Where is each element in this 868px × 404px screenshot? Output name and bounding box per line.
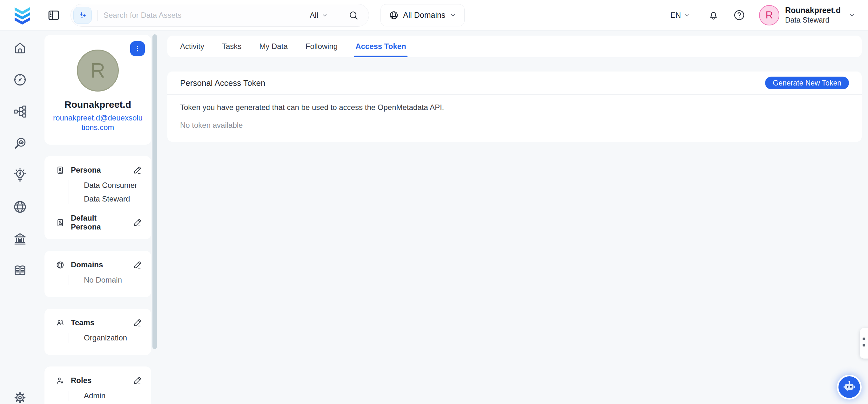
gear-icon (13, 390, 27, 404)
globe-icon (13, 200, 27, 214)
panel-scrollbar[interactable] (152, 34, 157, 349)
user-meta: Rounakpreet.d Data Steward (785, 6, 841, 25)
persona-section-header: Persona (56, 166, 142, 174)
token-empty-state: No token available (180, 121, 849, 130)
user-gear-icon (56, 376, 64, 385)
ai-sparkle-icon[interactable] (73, 7, 92, 24)
user-avatar: R (759, 5, 779, 25)
generate-new-token-button[interactable]: Generate New Token (765, 77, 849, 89)
token-card-header: Personal Access Token Generate New Token (167, 71, 862, 94)
chevron-down-icon (849, 12, 855, 19)
no-domain-label: No Domain (84, 276, 142, 285)
sidebar-item-observability[interactable] (11, 135, 29, 152)
roles-card: Roles Admin (44, 367, 151, 404)
bank-icon (13, 231, 27, 246)
language-label: EN (671, 11, 681, 20)
flow-hierarchy-icon (13, 104, 27, 119)
users-icon (56, 318, 64, 327)
chevron-down-icon (321, 12, 328, 19)
user-avatar-initial: R (766, 9, 773, 21)
robot-icon (841, 379, 858, 396)
profile-more-options-button[interactable] (130, 41, 145, 56)
all-domains-label: All Domains (403, 10, 445, 20)
profile-card: R Rounakpreet.d rounakpreet.d@deuexsolut… (44, 35, 151, 145)
main-content: Activity Tasks My Data Following Access … (167, 36, 862, 142)
persona-card: Persona Data Consumer Data Steward (44, 156, 151, 239)
compass-icon (13, 73, 27, 87)
profile-avatar-initial: R (91, 59, 105, 82)
global-search-bar[interactable]: All (70, 4, 369, 27)
roles-section-title: Roles (71, 376, 91, 385)
sidebar-toggle-icon[interactable] (47, 8, 60, 22)
search-scope-dropdown[interactable]: All (310, 11, 328, 20)
rail-divider (5, 350, 34, 350)
user-role: Data Steward (785, 16, 841, 25)
divider (336, 10, 336, 21)
edit-domains-icon[interactable] (133, 261, 142, 269)
persona-badge-icon (56, 219, 64, 227)
domains-list: No Domain (69, 275, 142, 285)
teams-section-header: Teams (56, 318, 142, 327)
notifications-bell-icon[interactable] (708, 9, 719, 21)
chat-bot-button[interactable] (837, 375, 862, 400)
persona-item: Data Consumer (84, 181, 142, 190)
default-persona-value-link[interactable]: Data Steward (83, 239, 129, 239)
role-item: Admin (84, 391, 142, 400)
sidebar-item-governance[interactable] (11, 230, 29, 247)
divider (97, 10, 98, 21)
persona-badge-icon (56, 166, 64, 174)
edit-teams-icon[interactable] (133, 318, 142, 327)
token-card-body: Token you have generated that can be use… (167, 95, 862, 142)
lightbulb-bolt-icon (13, 168, 27, 182)
magnifier-eye-icon (13, 136, 27, 151)
default-persona-section-header: Default Persona (56, 213, 142, 231)
tab-following[interactable]: Following (297, 36, 346, 57)
profile-name: Rounakpreet.d (44, 99, 151, 110)
sidebar-item-home[interactable] (11, 39, 29, 57)
topbar: All All Domains EN (0, 0, 868, 30)
persona-item: Data Steward (84, 195, 142, 203)
domains-card: Domains No Domain (44, 251, 151, 297)
edge-collapsed-widget[interactable] (860, 328, 868, 358)
token-description: Token you have generated that can be use… (180, 103, 849, 112)
persona-section-title: Persona (71, 166, 101, 174)
globe-icon (389, 10, 399, 20)
open-book-icon (13, 263, 27, 278)
search-icon[interactable] (348, 10, 359, 20)
teams-card: Teams Organization (44, 309, 151, 355)
user-name: Rounakpreet.d (785, 6, 841, 15)
chevron-down-icon (684, 12, 690, 19)
sidebar-item-lineage[interactable] (11, 103, 29, 120)
all-domains-button[interactable]: All Domains (380, 4, 465, 26)
openmetadata-logo-icon[interactable] (12, 5, 32, 25)
tab-activity[interactable]: Activity (171, 36, 213, 57)
persona-list: Data Consumer Data Steward (69, 180, 142, 204)
sidebar-item-domains[interactable] (11, 198, 29, 215)
sidebar-item-settings[interactable] (11, 389, 29, 404)
personal-access-token-card: Personal Access Token Generate New Token… (167, 71, 862, 142)
edit-persona-icon[interactable] (133, 166, 142, 174)
globe-icon (56, 261, 64, 269)
domains-section-header: Domains (56, 260, 142, 269)
edit-roles-icon[interactable] (133, 376, 142, 385)
user-profile-panel: R Rounakpreet.d rounakpreet.d@deuexsolut… (44, 35, 151, 404)
tab-my-data[interactable]: My Data (250, 36, 296, 57)
tab-access-token[interactable]: Access Token (346, 36, 415, 57)
tab-tasks[interactable]: Tasks (213, 36, 250, 57)
search-input[interactable] (103, 11, 307, 20)
edit-default-persona-icon[interactable] (133, 219, 142, 227)
roles-section-header: Roles (56, 376, 142, 385)
team-item[interactable]: Organization (84, 334, 142, 342)
default-persona-section-title: Default Persona (71, 213, 127, 231)
chevron-down-icon (450, 12, 456, 19)
profile-tabs: Activity Tasks My Data Following Access … (167, 36, 862, 57)
help-icon[interactable] (733, 9, 745, 21)
left-nav-rail (0, 30, 40, 404)
sidebar-item-insights[interactable] (11, 167, 29, 184)
profile-email-link[interactable]: rounakpreet.d@deuexsolutions.com (52, 113, 144, 132)
home-icon (13, 41, 27, 55)
sidebar-item-glossary[interactable] (11, 262, 29, 279)
sidebar-item-explore[interactable] (11, 71, 29, 88)
language-selector[interactable]: EN (671, 11, 690, 20)
user-menu[interactable]: R Rounakpreet.d Data Steward (759, 5, 855, 25)
